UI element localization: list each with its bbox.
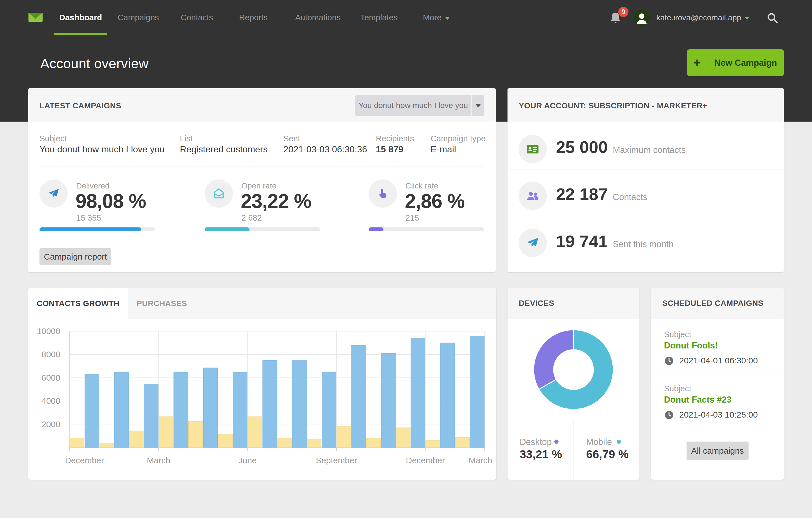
campaign-select-arrow-button[interactable] (471, 96, 484, 116)
tab-contacts-growth[interactable]: CONTACTS GROWTH (28, 288, 128, 319)
contacts-growth-card: CONTACTS GROWTH PURCHASES 20004000600080… (28, 288, 496, 480)
notification-count: 9 (621, 8, 625, 16)
campaign-select[interactable]: You donut how much I love you (355, 96, 484, 116)
nav-item-dashboard[interactable]: Dashboard (54, 0, 107, 35)
account-row-label: Maximum contacts (613, 145, 686, 155)
account-row-value: 19 741 (556, 232, 608, 251)
your-account-header: YOUR ACCOUNT: SUBSCRIPTION - MARKETER+ (508, 88, 784, 121)
devices-donut-chart (508, 319, 639, 420)
delivered-progress-bar (39, 227, 155, 231)
growth-tabbar: CONTACTS GROWTH PURCHASES (28, 288, 496, 319)
devices-header: DEVICES (508, 288, 639, 319)
svg-text:June: June (238, 456, 257, 465)
latest-campaigns-card: LATEST CAMPAIGNS You donut how much I lo… (28, 88, 496, 272)
stat-value: 2,86 % (405, 190, 465, 213)
tab-purchases[interactable]: PURCHASES (128, 288, 196, 319)
nav-item-templates[interactable]: Templates (357, 0, 401, 35)
paper-plane-icon (47, 187, 60, 200)
nav-item-contacts[interactable]: Contacts (174, 0, 220, 35)
field-value: You donut how much I love you (39, 144, 165, 155)
field-label: Campaign type (431, 134, 486, 143)
ecomail-logo[interactable] (28, 13, 42, 22)
svg-text:September: September (316, 456, 357, 465)
stat-count: 15 355 (76, 213, 101, 223)
nav-item-label: Contacts (181, 13, 213, 22)
user-email-text: kate.irova@ecomail.app (656, 13, 741, 22)
nav-item-automations[interactable]: Automations (288, 0, 348, 35)
devices-legend: Desktop 33,21 % Mobile 66,79 % (508, 420, 639, 480)
nav-item-more[interactable]: More (416, 0, 457, 35)
scheduled-subject[interactable]: Donut Facts #23 (664, 395, 731, 405)
chevron-down-icon (475, 104, 481, 108)
nav-item-reports[interactable]: Reports (233, 0, 274, 35)
progress-fill (39, 227, 141, 231)
subject-label: Subject (664, 384, 691, 393)
stat-count: 2 682 (241, 213, 262, 223)
your-account-card: YOUR ACCOUNT: SUBSCRIPTION - MARKETER+ 2… (508, 88, 784, 272)
svg-text:6000: 6000 (41, 373, 60, 382)
account-row-value: 22 187 (556, 185, 608, 204)
search-icon[interactable] (766, 12, 779, 24)
desktop-dot-icon (554, 440, 558, 444)
nav-item-label: Reports (239, 13, 268, 22)
svg-text:March: March (469, 456, 492, 465)
account-row-sent: 19 741Sent this month (508, 217, 784, 272)
notification-badge: 9 (618, 7, 629, 17)
latest-campaigns-title: LATEST CAMPAIGNS (39, 101, 121, 110)
scheduled-header: SCHEDULED CAMPAIGNS (651, 288, 784, 319)
svg-text:March: March (147, 456, 170, 465)
field-label: Subject (39, 134, 67, 143)
subject-label: Subject (664, 330, 691, 339)
nav-item-label: Templates (360, 13, 398, 22)
divider (39, 166, 484, 166)
legend-name: Desktop (520, 437, 552, 447)
stat-value: 98,08 % (76, 190, 146, 213)
chevron-down-icon (445, 17, 450, 20)
page-title: Account overview (40, 56, 149, 72)
campaign-report-button[interactable]: Campaign report (39, 248, 111, 265)
click-rate-stat-icon-circle (369, 180, 397, 208)
scheduled-datetime: 2021-04-03 10:25:00 (679, 410, 758, 419)
scheduled-subject[interactable]: Donut Fools! (664, 340, 718, 351)
account-row-label: Contacts (613, 192, 647, 202)
all-campaigns-button[interactable]: All campaigns (687, 441, 749, 460)
clock-icon (664, 356, 674, 366)
field-label: Recipients (376, 134, 414, 143)
legend-name: Mobile (586, 437, 612, 447)
open-rate-progress-bar (205, 227, 320, 231)
id-card-icon (519, 135, 547, 163)
devices-title: DEVICES (519, 299, 554, 308)
user-email[interactable]: kate.irova@ecomail.app (656, 0, 750, 35)
new-campaign-button[interactable]: + New Campaign (687, 49, 784, 76)
people-icon (519, 182, 547, 210)
field-value: 15 879 (376, 144, 403, 155)
nav-item-label: Campaigns (118, 13, 159, 22)
field-label: Sent (283, 134, 300, 143)
avatar[interactable] (634, 10, 649, 26)
field-label: List (180, 134, 193, 143)
scheduled-datetime: 2021-04-01 06:30:00 (679, 356, 758, 365)
account-row-label: Sent this month (613, 239, 673, 249)
svg-text:4000: 4000 (41, 396, 60, 405)
mobile-dot-icon (617, 440, 621, 444)
clock-icon (664, 410, 674, 420)
chevron-down-icon (745, 17, 750, 20)
open-envelope-icon (212, 187, 225, 200)
stat-label: Delivered (76, 182, 109, 190)
tab-label: PURCHASES (137, 299, 187, 308)
divider (651, 372, 784, 373)
your-account-title: YOUR ACCOUNT: SUBSCRIPTION - MARKETER+ (519, 101, 707, 110)
stat-label: Click rate (405, 182, 438, 190)
new-campaign-label: New Campaign (707, 58, 784, 68)
stat-value: 23,22 % (241, 190, 311, 213)
top-navbar: Dashboard Campaigns Contacts Reports Aut… (0, 0, 812, 35)
field-value: E-mail (431, 144, 456, 155)
nav-item-campaigns[interactable]: Campaigns (112, 0, 165, 35)
legend-value: 66,79 % (586, 448, 629, 461)
account-row-value: 25 000 (556, 138, 608, 157)
scheduled-campaigns-card: SCHEDULED CAMPAIGNS Subject Donut Fools!… (651, 288, 784, 480)
stat-label: Open rate (241, 182, 277, 190)
nav-item-label: Automations (295, 13, 341, 22)
svg-text:10000: 10000 (37, 326, 60, 336)
contacts-growth-chart: 200040006000800010000DecemberMarchJuneSe… (28, 319, 496, 480)
